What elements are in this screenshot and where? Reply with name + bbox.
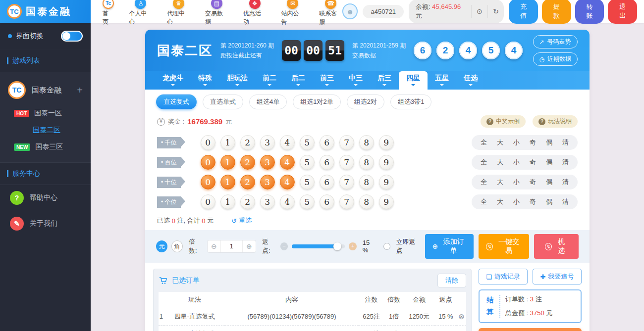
subtab-组选2对[interactable]: 组选2对: [347, 95, 384, 109]
subtab-直选复式[interactable]: 直选复式: [156, 95, 197, 109]
ball-千位-6[interactable]: 6: [320, 135, 334, 150]
win-example-button[interactable]: ?中奖示例: [481, 115, 526, 128]
subtab-组选4单[interactable]: 组选4单: [249, 95, 287, 109]
ball-十位-0[interactable]: 0: [201, 175, 215, 189]
subtab-直选单式[interactable]: 直选单式: [203, 95, 243, 109]
service-item-2[interactable]: ✎关于我们: [0, 211, 91, 236]
quick-pick-全[interactable]: 全: [481, 138, 487, 147]
ball-个位-0[interactable]: 0: [201, 194, 215, 209]
play-rules-button[interactable]: ?玩法说明: [533, 115, 578, 128]
quick-pick-小[interactable]: 小: [513, 138, 520, 147]
quick-pick-大[interactable]: 大: [497, 138, 503, 147]
ball-个位-1[interactable]: 1: [220, 194, 235, 209]
random-pick-button[interactable]: ↯机选: [534, 234, 579, 259]
quick-pick-清[interactable]: 清: [562, 197, 569, 206]
ball-千位-7[interactable]: 7: [339, 135, 354, 150]
ball-千位-4[interactable]: 4: [280, 135, 295, 150]
quick-pick-大[interactable]: 大: [497, 158, 503, 167]
ball-十位-8[interactable]: 8: [359, 175, 374, 189]
quick-pick-全[interactable]: 全: [481, 197, 487, 206]
ball-百位-7[interactable]: 7: [339, 155, 354, 170]
top-action-4[interactable]: 退出: [608, 0, 637, 24]
ball-百位-9[interactable]: 9: [379, 155, 394, 170]
tab-前三[interactable]: 前三: [313, 71, 341, 90]
avatar[interactable]: ☻: [342, 3, 358, 19]
quick-pick-清[interactable]: 清: [562, 158, 569, 167]
ball-十位-1[interactable]: 1: [220, 175, 235, 189]
quick-pick-小[interactable]: 小: [513, 158, 520, 167]
add-order-button[interactable]: ⊕添加订单: [425, 234, 474, 259]
ball-千位-0[interactable]: 0: [201, 135, 215, 150]
brand-logo[interactable]: TC 国泰金融: [0, 0, 91, 23]
ball-个位-2[interactable]: 2: [240, 194, 255, 209]
tab-前二[interactable]: 前二: [255, 71, 284, 90]
nav-item-2[interactable]: ♙个人中心: [129, 0, 152, 26]
ball-千位-3[interactable]: 3: [260, 135, 275, 150]
number-trend-button[interactable]: ↗号码走势: [533, 35, 578, 48]
quick-pick-大[interactable]: 大: [497, 178, 503, 187]
ball-百位-0[interactable]: 0: [201, 155, 215, 170]
ball-个位-4[interactable]: 4: [280, 194, 295, 209]
ball-个位-3[interactable]: 3: [260, 194, 275, 209]
clear-orders-button[interactable]: 清除: [437, 274, 466, 287]
ball-十位-9[interactable]: 9: [379, 175, 394, 189]
quick-pick-奇[interactable]: 奇: [530, 197, 536, 206]
ball-千位-1[interactable]: 1: [220, 135, 235, 150]
ball-千位-9[interactable]: 9: [379, 135, 394, 150]
chase-number-button[interactable]: ✚我要追号: [533, 269, 582, 284]
sidebar-game-2[interactable]: 国泰二区: [0, 122, 91, 139]
instant-rebate-radio[interactable]: [383, 243, 390, 250]
ball-十位-2[interactable]: 2: [240, 175, 255, 189]
quick-pick-奇[interactable]: 奇: [530, 158, 536, 167]
quick-pick-小[interactable]: 小: [513, 197, 520, 206]
refresh-icon[interactable]: ↻: [487, 5, 504, 18]
ball-百位-2[interactable]: 2: [240, 155, 255, 170]
ball-百位-1[interactable]: 1: [220, 155, 235, 170]
ball-个位-7[interactable]: 7: [339, 194, 354, 209]
quick-pick-奇[interactable]: 奇: [530, 178, 536, 187]
ball-十位-4[interactable]: 4: [280, 175, 295, 189]
nav-item-1[interactable]: Tc首页: [103, 0, 114, 26]
rebate-slider[interactable]: [292, 244, 345, 248]
rebate-minus-icon[interactable]: −: [280, 242, 288, 250]
ball-十位-7[interactable]: 7: [339, 175, 354, 189]
quick-pick-奇[interactable]: 奇: [530, 138, 536, 147]
top-action-3[interactable]: 转账: [575, 0, 604, 24]
plus-icon[interactable]: ⊕: [243, 242, 256, 250]
ball-百位-8[interactable]: 8: [359, 155, 374, 170]
ball-个位-6[interactable]: 6: [320, 194, 334, 209]
quick-pick-清[interactable]: 清: [562, 178, 569, 187]
quick-pick-偶[interactable]: 偶: [546, 138, 552, 147]
ball-个位-8[interactable]: 8: [359, 194, 374, 209]
quick-trade-button[interactable]: ↯一键交易: [479, 234, 529, 259]
game-record-button[interactable]: ❏游戏记录: [479, 269, 528, 284]
tab-五星[interactable]: 五星: [428, 71, 456, 90]
interface-toggle[interactable]: [61, 31, 83, 42]
quick-pick-偶[interactable]: 偶: [546, 178, 552, 187]
delete-order-icon[interactable]: ⊗: [458, 312, 465, 321]
nav-item-6[interactable]: ✉站内公告: [281, 0, 305, 26]
sidebar-game-1[interactable]: HOT国泰一区: [0, 105, 91, 122]
tab-中三[interactable]: 中三: [341, 71, 370, 90]
tab-后二[interactable]: 后二: [284, 71, 313, 90]
top-action-2[interactable]: 提款: [542, 0, 571, 24]
ball-千位-8[interactable]: 8: [359, 135, 374, 150]
nav-item-3[interactable]: ♛代理中心: [167, 0, 190, 26]
subtab-组选3带1[interactable]: 组选3带1: [390, 95, 431, 109]
ball-百位-4[interactable]: 4: [280, 155, 295, 170]
rebate-plus-icon[interactable]: +: [349, 242, 356, 250]
unit-yuan-button[interactable]: 元: [156, 240, 167, 252]
quick-pick-全[interactable]: 全: [481, 158, 487, 167]
minus-icon[interactable]: ⊖: [208, 242, 221, 250]
unit-jiao-button[interactable]: 角: [171, 240, 183, 252]
tab-后三[interactable]: 后三: [370, 71, 399, 90]
tab-任选[interactable]: 任选: [456, 71, 485, 90]
ball-千位-2[interactable]: 2: [240, 135, 255, 150]
quick-pick-偶[interactable]: 偶: [546, 197, 552, 206]
quick-pick-偶[interactable]: 偶: [546, 158, 552, 167]
top-action-1[interactable]: 充值: [509, 0, 538, 24]
expand-plus-icon[interactable]: +: [77, 85, 83, 96]
nav-item-7[interactable]: ☎联系客服: [319, 0, 342, 26]
ball-十位-5[interactable]: 5: [300, 175, 315, 189]
tab-特殊[interactable]: 特殊: [191, 71, 219, 90]
